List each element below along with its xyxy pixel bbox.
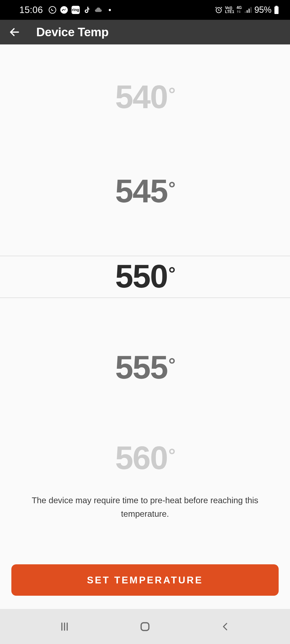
svg-rect-4 — [247, 10, 248, 13]
picker-option[interactable]: 555° — [0, 349, 290, 386]
degree-symbol: ° — [168, 264, 175, 284]
network-arrows-icon — [237, 10, 242, 14]
status-time: 15:06 — [19, 5, 43, 15]
degree-symbol: ° — [168, 178, 175, 198]
degree-symbol: ° — [168, 354, 175, 374]
picker-value: 545 — [115, 173, 167, 209]
set-temperature-button[interactable]: SET TEMPERATURE — [11, 564, 279, 596]
app-header: Device Temp — [0, 20, 290, 44]
battery-percent: 95% — [254, 5, 271, 15]
temperature-picker[interactable]: 540° 545° 550° 555° 560° The device may … — [0, 44, 290, 496]
arrow-left-icon — [9, 26, 20, 38]
status-bar: 15:06 ring — [0, 0, 290, 20]
svg-point-0 — [49, 6, 56, 13]
status-left: 15:06 ring — [19, 5, 111, 15]
svg-rect-8 — [274, 6, 279, 14]
home-button[interactable] — [137, 618, 153, 635]
network-4g: 4G — [237, 6, 242, 14]
signal-icon — [244, 6, 252, 13]
whatsapp-icon — [48, 6, 57, 14]
cloud-icon — [94, 7, 103, 13]
picker-value: 540 — [115, 79, 167, 115]
degree-symbol: ° — [168, 84, 175, 104]
recents-button[interactable] — [56, 618, 73, 635]
recents-icon — [59, 621, 70, 632]
helper-text: The device may require time to pre-heat … — [0, 494, 290, 520]
back-nav-button[interactable] — [217, 618, 234, 635]
chevron-left-icon — [221, 621, 230, 632]
network-vo: Vo)) — [225, 6, 234, 10]
messenger-icon — [60, 6, 68, 14]
picker-option[interactable]: 540° — [0, 78, 290, 116]
status-right: Vo)) LTE1 4G 95% — [215, 5, 279, 15]
battery-icon — [274, 6, 279, 14]
picker-option[interactable]: 560° — [0, 439, 290, 477]
svg-rect-5 — [249, 9, 250, 13]
tiktok-icon — [83, 6, 91, 14]
degree-symbol: ° — [168, 445, 175, 465]
more-dot-icon — [109, 9, 111, 11]
network-4g-text: 4G — [237, 6, 242, 10]
picker-value: 560 — [115, 440, 167, 476]
ring-icon: ring — [72, 6, 80, 14]
network-label: Vo)) LTE1 — [225, 6, 234, 14]
svg-rect-7 — [275, 6, 278, 6]
alarm-icon — [215, 6, 223, 14]
picker-option-selected[interactable]: 550° — [0, 258, 290, 295]
svg-rect-6 — [251, 7, 251, 13]
picker-option[interactable]: 545° — [0, 172, 290, 210]
svg-rect-13 — [141, 623, 149, 630]
svg-rect-3 — [245, 12, 246, 13]
home-icon — [139, 621, 151, 632]
page-title: Device Temp — [36, 25, 109, 39]
picker-value: 555 — [115, 349, 167, 386]
back-button[interactable] — [7, 25, 22, 39]
picker-selection-band: 550° — [0, 256, 290, 298]
set-temperature-label: SET TEMPERATURE — [87, 575, 203, 586]
network-lte: LTE1 — [225, 10, 234, 14]
system-nav-bar — [0, 609, 290, 644]
picker-value: 550 — [115, 258, 167, 294]
